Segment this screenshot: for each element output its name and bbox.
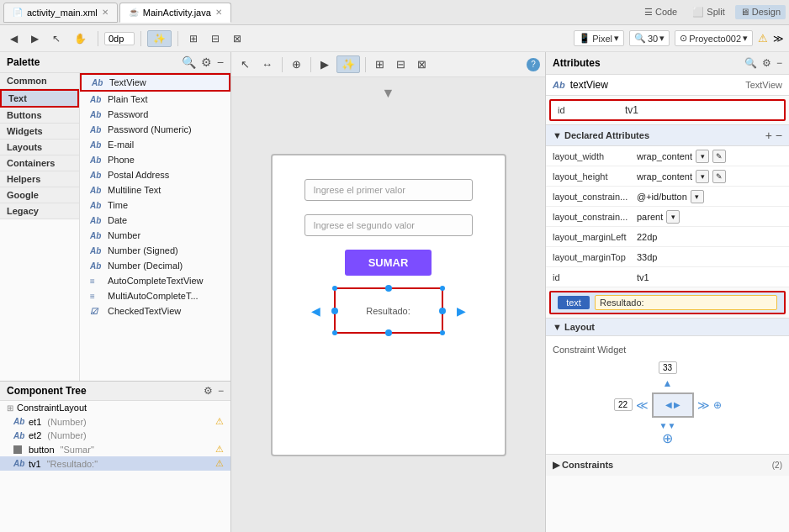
tab-activity-main-close[interactable]: ✕ [102,8,109,17]
add-attr-button[interactable]: + [765,129,772,142]
tree-item-button[interactable]: button "Sumar" ⚠ [0,442,230,456]
layout-section-header[interactable]: ▼ Layout [546,318,789,336]
palette-item-number-decimal[interactable]: Ab Number (Decimal) [80,258,230,273]
input-field-1[interactable]: Ingrese el primer valor [304,179,473,201]
cw-inner-left-arrow: ◀ [665,400,672,409]
attr-edit-height[interactable]: ✎ [712,170,726,183]
attr-value-id: tv1 [637,272,782,282]
magic-wand-tool[interactable]: ✨ [147,30,172,47]
attr-text-input[interactable] [595,295,777,310]
attr-search-icon[interactable]: 🔍 [744,57,757,69]
tree-settings-icon[interactable]: ⚙ [204,385,213,397]
align-right[interactable]: ⊠ [228,31,246,46]
palette-item-multiauto[interactable]: ≡ MultiAutoCompleteT... [80,288,230,303]
palette-item-postal[interactable]: Ab Postal Address [80,167,230,182]
cw-plus-bottom[interactable]: ⊕ [662,430,673,446]
canvas-animation-tool[interactable]: ▶ [316,56,333,72]
tree-item-tv1[interactable]: Ab tv1 "Resultado:" ⚠ [0,456,230,471]
palette-item-textview[interactable]: Ab TextView [80,73,230,92]
palette-item-time[interactable]: Ab Time [80,198,230,213]
view-mode-split[interactable]: ⬜ Split [687,5,729,19]
tab-main-activity[interactable]: ☕ MainActivity.java ✕ [119,3,231,23]
canvas-magic-tool[interactable]: ✨ [336,55,360,73]
canvas-pack-tool[interactable]: ⊞ [371,56,389,72]
attr-id-input[interactable] [625,104,777,116]
canvas-constraint-tool[interactable]: ⊕ [288,56,305,72]
resultado-widget[interactable]: Resultado: [334,287,443,334]
category-buttons[interactable]: Buttons [0,108,79,124]
number-signed-icon: Ab [90,246,103,255]
cw-plus-right[interactable]: ⊕ [713,399,722,411]
attr-dropdown-height[interactable]: ▾ [696,170,709,183]
palette-collapse-icon[interactable]: − [217,55,224,69]
constraint-handle-top[interactable] [385,285,392,292]
tree-tv1-label: tv1 [29,459,41,469]
palette-item-password-numeric[interactable]: Ab Password (Numeric) [80,122,230,137]
category-containers[interactable]: Containers [0,155,79,171]
attr-collapse-icon[interactable]: − [776,57,782,69]
constraints-section[interactable]: ▶ Constraints (2) [546,454,789,476]
constraint-diagram: 33 ▲ 22 ≪ ◀ ▶ [553,361,782,445]
category-widgets[interactable]: Widgets [0,124,79,140]
canvas-select-tool[interactable]: ↖ [236,56,254,72]
canvas-pan-tool[interactable]: ↔ [257,56,277,72]
zoom-selector[interactable]: 🔍 30 ▾ [629,30,670,46]
attr-edit-width[interactable]: ✎ [712,150,726,163]
category-common[interactable]: Common [0,73,79,89]
palette-item-email[interactable]: Ab E-mail [80,137,230,152]
palette-item-phone[interactable]: Ab Phone [80,152,230,167]
palette-item-number[interactable]: Ab Number [80,228,230,243]
constraint-handle-left[interactable] [331,308,338,314]
attr-dropdown-width[interactable]: ▾ [696,150,709,163]
arrow-left-icon: ◀ [311,304,320,318]
view-mode-code[interactable]: ☰ Code [639,5,682,19]
forward-button[interactable]: ▶ [26,31,44,46]
palette-item-checked[interactable]: ☑ CheckedTextView [80,303,230,319]
palette-item-date[interactable]: Ab Date [80,213,230,228]
back-button[interactable]: ◀ [5,31,23,46]
category-google[interactable]: Google [0,187,79,203]
palette-item-autocomplete[interactable]: ≡ AutoCompleteTextView [80,273,230,288]
palette-settings-icon[interactable]: ⚙ [201,55,212,69]
tree-item-constraint-layout[interactable]: ⊞ ConstraintLayout [0,401,230,414]
palette-search-icon[interactable]: 🔍 [182,55,196,69]
pixel-selector[interactable]: 📱 Pixel ▾ [574,30,624,46]
tree-item-et2[interactable]: Ab et2 (Number) [0,429,230,442]
attr-settings-icon[interactable]: ⚙ [762,57,771,69]
category-legacy[interactable]: Legacy [0,203,79,219]
cw-top-number[interactable]: 33 [659,361,677,374]
tree-collapse-icon[interactable]: − [218,385,224,397]
corner-bl [332,330,337,335]
canvas-guidelines-tool[interactable]: ⊠ [413,56,431,72]
attr-label-layout-width: layout_width [553,151,637,161]
canvas-help-button[interactable]: ? [527,58,540,71]
view-mode-design[interactable]: 🖥 Design [735,5,786,19]
align-left[interactable]: ⊞ [184,31,203,46]
hand-tool[interactable]: ✋ [69,31,92,46]
more-options[interactable]: ≫ [773,33,784,45]
palette-item-plaintext[interactable]: Ab Plain Text [80,92,230,107]
category-text[interactable]: Text [0,89,79,108]
cw-left-number[interactable]: 22 [614,398,633,411]
input-field-2[interactable]: Ingrese el segundo valor [304,214,473,236]
palette-item-multiline[interactable]: Ab Multiline Text [80,182,230,198]
category-layouts[interactable]: Layouts [0,140,79,155]
palette-item-number-signed[interactable]: Ab Number (Signed) [80,243,230,258]
align-center[interactable]: ⊟ [206,31,225,46]
canvas-align-tool[interactable]: ⊟ [392,56,410,72]
attr-value-constrain-start: parent ▾ [637,210,782,224]
attr-dropdown-constrain-top[interactable]: ▾ [691,190,704,203]
constraint-handle-right[interactable] [439,308,446,314]
margin-input[interactable] [104,32,135,45]
category-helpers[interactable]: Helpers [0,171,79,187]
tab-main-activity-close[interactable]: ✕ [215,8,222,17]
sumar-button[interactable]: SUMAR [345,250,432,276]
cursor-tool[interactable]: ↖ [47,31,66,46]
tab-activity-main[interactable]: 📄 activity_main.xml ✕ [3,3,118,23]
palette-item-password[interactable]: Ab Password [80,107,230,122]
attr-dropdown-constrain-start[interactable]: ▾ [666,210,680,224]
remove-attr-button[interactable]: − [776,129,782,142]
tree-item-et1[interactable]: Ab et1 (Number) ⚠ [0,414,230,429]
project-selector[interactable]: ⊙ Proyecto002 ▾ [675,30,753,46]
constraint-handle-bottom[interactable] [385,329,392,336]
